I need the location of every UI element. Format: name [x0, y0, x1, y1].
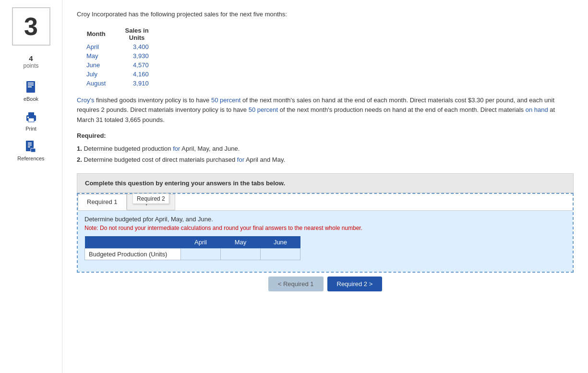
june-input-cell[interactable] [261, 248, 300, 260]
tabs-row: Required 1 Required 2 Required 2 [78, 194, 573, 210]
required-item-1: 1. Determine budgeted production for Apr… [77, 143, 574, 154]
sales-row: May3,930 [77, 51, 158, 60]
sidebar: 3 4 points eBook [0, 0, 62, 373]
sales-month: June [77, 60, 115, 70]
sales-units: 3,910 [115, 79, 158, 88]
tab-content-req1: Determine budgeted pfor April, May, and … [78, 210, 573, 272]
sales-month: April [77, 42, 115, 51]
required-heading: Required: [77, 132, 574, 139]
determine-text: Determine budgeted pfor April, May, and … [84, 216, 566, 223]
description-text: Croy's finished goods inventory policy i… [77, 96, 574, 125]
instruction-box: Complete this question by entering your … [77, 173, 574, 193]
required-item-2: 2. Determine budgeted cost of direct mat… [77, 154, 574, 165]
intro-text: Croy Incorporated has the following proj… [77, 10, 574, 19]
next-button[interactable]: Required 2 > [327, 277, 383, 291]
references-label: References [17, 156, 44, 161]
input-table: April May June Budgeted Production (Unit… [84, 236, 300, 260]
sales-month: August [77, 79, 115, 88]
input-header-april: April [181, 236, 221, 249]
svg-rect-9 [28, 143, 32, 144]
april-input-cell[interactable] [181, 248, 221, 260]
svg-rect-7 [27, 117, 29, 118]
svg-rect-5 [28, 112, 34, 116]
sales-units: 4,570 [115, 60, 158, 70]
question-number: 3 [12, 7, 50, 46]
april-input[interactable] [184, 251, 217, 258]
sales-units: 3,930 [115, 51, 158, 60]
sales-month: July [77, 70, 115, 79]
svg-rect-10 [28, 144, 32, 145]
points-label: points [23, 62, 38, 69]
tab-container: Required 1 Required 2 Required 2 Determi… [77, 193, 574, 273]
sales-table: Month Sales inUnits April3,400May3,930Ju… [77, 26, 158, 88]
sales-header-month: Month [77, 26, 115, 42]
sales-row: August3,910 [77, 79, 158, 88]
svg-rect-11 [28, 146, 30, 147]
print-icon [23, 108, 40, 126]
points-section: 4 points [23, 54, 38, 69]
sales-header-units: Sales inUnits [115, 26, 158, 42]
may-input[interactable] [224, 251, 257, 258]
tab-required-1[interactable]: Required 1 [78, 194, 127, 210]
note-text: Note: Do not round your intermediate cal… [84, 225, 566, 231]
svg-rect-2 [28, 84, 34, 85]
required-list: 1. Determine budgeted production for Apr… [77, 143, 574, 166]
svg-rect-12 [31, 148, 36, 152]
row-label: Budgeted Production (Units) [85, 248, 181, 260]
main-content: Croy Incorporated has the following proj… [62, 0, 588, 373]
nav-buttons: < Required 1 Required 2 > [77, 277, 574, 291]
sales-row: June4,570 [77, 60, 158, 70]
sales-row: July4,160 [77, 70, 158, 79]
sidebar-item-print[interactable]: Print [23, 108, 40, 132]
input-header-may: May [221, 236, 261, 249]
may-input-cell[interactable] [221, 248, 261, 260]
references-icon [22, 138, 39, 156]
svg-rect-1 [28, 83, 34, 84]
points-value: 4 [29, 54, 33, 62]
ebook-icon [23, 79, 40, 96]
sales-row: April3,400 [77, 42, 158, 51]
print-label: Print [25, 126, 36, 132]
svg-rect-3 [28, 86, 32, 87]
prev-button[interactable]: < Required 1 [268, 277, 324, 291]
sales-units: 4,160 [115, 70, 158, 79]
sales-month: May [77, 51, 115, 60]
tooltip-popup: Required 2 [132, 193, 169, 204]
input-header-label [85, 236, 181, 249]
ebook-label: eBook [24, 96, 38, 102]
sidebar-item-references[interactable]: References [17, 138, 44, 161]
table-row: Budgeted Production (Units) [85, 248, 300, 260]
tab-required-2[interactable]: Required 2 Required 2 [127, 194, 176, 210]
input-header-june: June [261, 236, 300, 249]
svg-rect-6 [28, 118, 34, 122]
sidebar-item-ebook[interactable]: eBook [23, 79, 40, 102]
june-input[interactable] [264, 251, 297, 258]
sales-units: 3,400 [115, 42, 158, 51]
